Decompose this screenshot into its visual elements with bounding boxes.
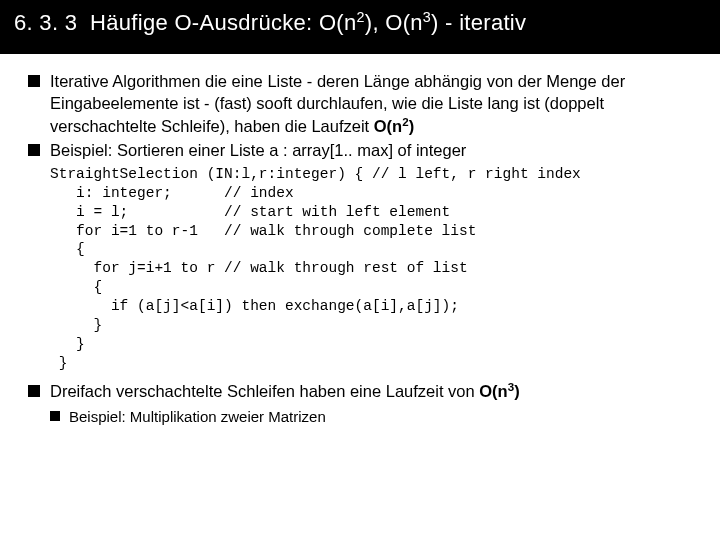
square-bullet-icon — [50, 411, 60, 421]
slide-body: Iterative Algorithmen die eine Liste - d… — [0, 54, 720, 427]
slide-title: 6. 3. 3 Häufige O-Ausdrücke: O(n2), O(n3… — [0, 0, 720, 54]
square-bullet-icon — [28, 144, 40, 156]
bullet-text: Dreifach verschachtelte Schleifen haben … — [50, 380, 692, 402]
sub-bullet-item: Beispiel: Multiplikation zweier Matrizen — [50, 407, 692, 427]
square-bullet-icon — [28, 75, 40, 87]
bullet-item: Iterative Algorithmen die eine Liste - d… — [28, 70, 692, 137]
bullet-text: Beispiel: Sortieren einer Liste a : arra… — [50, 139, 692, 161]
title-mid: ), O(n — [365, 10, 423, 35]
code-block: StraightSelection (IN:l,r:integer) { // … — [50, 165, 692, 372]
bullet-item: Beispiel: Sortieren einer Liste a : arra… — [28, 139, 692, 161]
bullet-text: Iterative Algorithmen die eine Liste - d… — [50, 70, 692, 137]
title-exp2: 3 — [423, 9, 431, 25]
section-number: 6. 3. 3 — [14, 10, 77, 35]
bullet-item: Dreifach verschachtelte Schleifen haben … — [28, 380, 692, 402]
title-exp1: 2 — [357, 9, 365, 25]
sub-bullet-text: Beispiel: Multiplikation zweier Matrizen — [69, 407, 326, 427]
square-bullet-icon — [28, 385, 40, 397]
title-pre: Häufige O-Ausdrücke: O(n — [90, 10, 356, 35]
title-post: ) - iterativ — [431, 10, 526, 35]
